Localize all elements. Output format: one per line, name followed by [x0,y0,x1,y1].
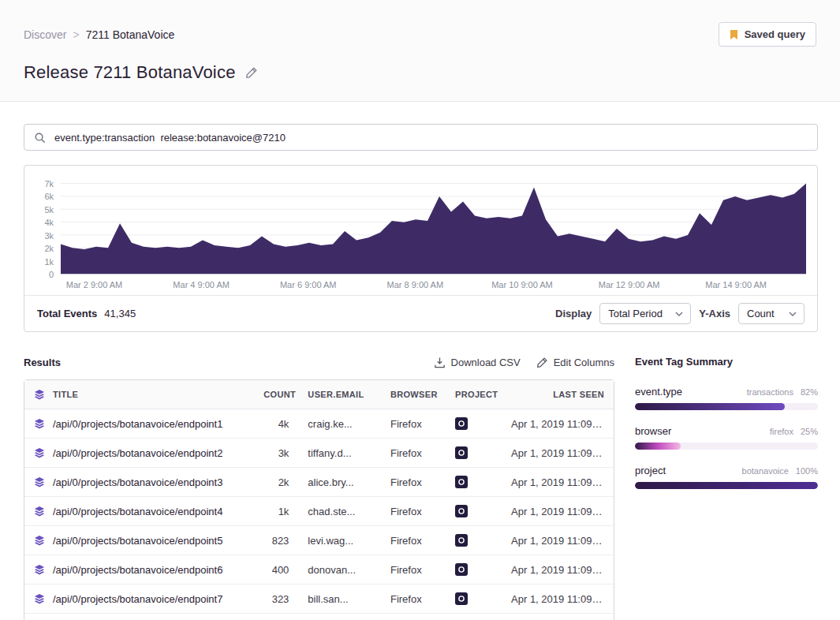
cell-browser: Firefox [381,409,446,439]
layers-icon [34,390,53,399]
table-row[interactable]: /api/0/projects/botanavoice/endpoint23kt… [24,439,614,468]
cell-project [446,614,502,620]
cell-count: 4k [254,409,298,439]
saved-query-label: Saved query [745,28,805,40]
area-series [61,184,806,274]
x-axis-label: Mar 6 9:00 AM [280,280,337,289]
table-row[interactable]: /api/0/projects/botanavoice/endpoint14kc… [24,409,614,439]
yaxis-select-value: Count [747,308,775,319]
tag-item: browserfirefox25% [635,425,818,450]
search-input[interactable] [53,131,808,144]
edit-columns-label: Edit Columns [554,357,614,368]
results-heading: Results [24,357,61,368]
project-avatar [455,418,468,430]
tag-name: event.type [635,386,682,398]
column-header-project[interactable]: Project [446,380,502,409]
tag-item: projectbotanavoice100% [635,465,818,489]
cell-browser: Firefox [381,555,446,585]
cell-project [446,439,502,468]
chevron-down-icon [675,312,683,316]
cell-project [446,468,502,497]
cell-title[interactable]: /api/0/projects/botanavoice/endpoint4 [24,497,254,526]
table-row[interactable]: /api/0/projects/botanavoice/endpoint41kc… [24,497,614,526]
cell-browser: Firefox [381,468,446,497]
y-axis-label: 1k [44,257,54,266]
event-title-link[interactable]: /api/0/projects/botanavoice/endpoint3 [53,476,222,488]
project-avatar [455,564,468,576]
event-title-link[interactable]: /api/0/projects/botanavoice/endpoint5 [53,535,222,547]
tag-top-value: transactions [747,387,793,397]
event-title-link[interactable]: /api/0/projects/botanavoice/endpoint7 [53,593,222,605]
table-header-row: Title Count User.Email Browser Project L… [24,380,614,409]
yaxis-select[interactable]: Count [738,303,805,324]
column-header-browser[interactable]: Browser [381,380,446,409]
table-row[interactable]: /api/0/projects/botanavoice/endpoint6400… [24,555,614,585]
breadcrumb-current: 7211 BotanaVoice [86,28,175,41]
cell-count: 323 [254,585,298,614]
cell-title[interactable]: /api/0/projects/botanavoice/endpoint6 [24,555,254,585]
download-csv-button[interactable]: Download CSV [434,357,521,368]
cell-project [446,585,502,614]
cell-title[interactable]: /api/0/projects/botanavoice/endpoint7 [24,585,254,614]
cell-browser: Firefox [381,526,446,555]
column-header-user-email[interactable]: User.Email [298,380,381,409]
layers-icon [34,535,45,547]
x-axis-label: Mar 4 9:00 AM [173,280,230,289]
cell-title[interactable]: /api/0/projects/botanavoice/endpoint8 [24,614,254,620]
event-title-link[interactable]: /api/0/projects/botanavoice/endpoint4 [53,506,222,517]
edit-title-button[interactable] [245,66,258,79]
cell-title[interactable]: /api/0/projects/botanavoice/endpoint2 [24,439,254,468]
breadcrumb: Discover > 7211 BotanaVoice [24,28,174,41]
tag-top-value: firefox [770,427,793,436]
tag-bar-fill [635,482,818,489]
cell-title[interactable]: /api/0/projects/botanavoice/endpoint5 [24,526,254,555]
column-header-last-seen[interactable]: Last Seen [502,380,614,409]
cell-project [446,409,502,439]
table-row[interactable]: /api/0/projects/botanavoice/endpoint7323… [24,585,614,614]
column-header-count[interactable]: Count [254,380,298,409]
table-row[interactable]: /api/0/projects/botanavoice/endpoint8310… [24,614,614,620]
search-bar[interactable] [24,124,818,151]
chevron-down-icon [789,312,797,316]
layers-icon [34,447,45,459]
y-axis-label: 5k [44,205,54,214]
display-select[interactable]: Total Period [599,303,691,324]
event-title-link[interactable]: /api/0/projects/botanavoice/endpoint2 [53,447,222,459]
edit-columns-button[interactable]: Edit Columns [536,357,614,368]
project-avatar [455,535,468,547]
saved-query-button[interactable]: Saved query [719,22,816,47]
cell-last-seen: Apr 1, 2019 11:09 PM [502,526,614,555]
table-row[interactable]: /api/0/projects/botanavoice/endpoint5823… [24,526,614,555]
y-axis-label: 0 [49,271,54,279]
cell-title[interactable]: /api/0/projects/botanavoice/endpoint3 [24,468,254,497]
tag-percent: 25% [801,427,818,436]
tag-percent: 82% [801,387,818,397]
cell-count: 823 [254,526,298,555]
breadcrumb-discover-link[interactable]: Discover [24,28,66,41]
tag-bar[interactable] [635,443,818,450]
event-title-link[interactable]: /api/0/projects/botanavoice/endpoint6 [53,564,222,576]
tag-bar[interactable] [635,403,818,410]
cell-count: 400 [254,555,298,585]
events-chart[interactable] [61,178,806,275]
x-axis-label: Mar 12 9:00 AM [599,280,660,289]
x-axis-label: Mar 2 9:00 AM [66,280,123,289]
y-axis-label: 2k [44,245,54,253]
event-tag-summary-heading: Event Tag Summary [635,354,818,370]
cell-user-email: craig.ke... [298,409,381,439]
cell-user-email: chad.ste... [298,497,381,526]
breadcrumb-separator: > [73,28,79,41]
total-events-value: 41,345 [104,308,136,319]
tag-bar[interactable] [635,482,818,489]
column-header-title[interactable]: Title [24,380,254,409]
cell-project [446,555,502,585]
y-axis-label: 6k [44,192,54,201]
cell-user-email: levi.wag... [298,526,381,555]
cell-title[interactable]: /api/0/projects/botanavoice/endpoint1 [24,409,254,439]
table-row[interactable]: /api/0/projects/botanavoice/endpoint32ka… [24,468,614,497]
layers-icon [34,418,45,430]
event-title-link[interactable]: /api/0/projects/botanavoice/endpoint1 [53,418,222,430]
tag-top-value: botanavoice [742,466,789,476]
project-avatar [455,447,468,459]
download-icon [434,357,446,368]
